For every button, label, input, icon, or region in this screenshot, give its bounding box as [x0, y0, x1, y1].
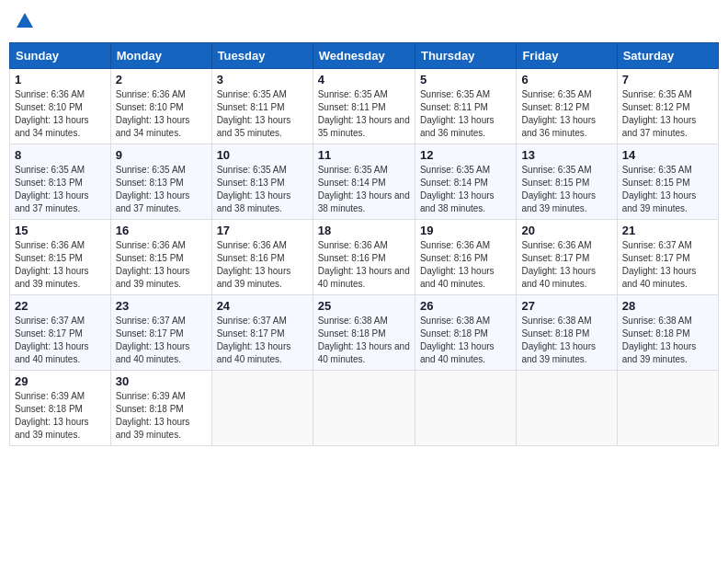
day-cell-16: 16 Sunrise: 6:36 AM Sunset: 8:15 PM Dayl…: [110, 220, 211, 295]
calendar-header-row: Sunday Monday Tuesday Wednesday Thursday…: [10, 43, 719, 69]
col-thursday: Thursday: [415, 43, 516, 69]
day-number: 19: [420, 224, 511, 237]
day-info: Sunrise: 6:37 AM Sunset: 8:17 PM Dayligh…: [622, 239, 713, 291]
day-cell-13: 13 Sunrise: 6:35 AM Sunset: 8:15 PM Dayl…: [517, 144, 617, 220]
day-cell-25: 25 Sunrise: 6:38 AM Sunset: 8:18 PM Dayl…: [313, 295, 415, 371]
day-number: 25: [318, 299, 410, 313]
day-number: 4: [318, 73, 410, 86]
day-info: Sunrise: 6:38 AM Sunset: 8:18 PM Dayligh…: [318, 315, 410, 366]
day-info: Sunrise: 6:35 AM Sunset: 8:13 PM Dayligh…: [116, 164, 207, 215]
day-number: 1: [15, 73, 106, 86]
day-info: Sunrise: 6:35 AM Sunset: 8:15 PM Dayligh…: [622, 164, 713, 215]
header: [9, 9, 719, 35]
day-number: 5: [420, 73, 511, 86]
empty-cell: [517, 371, 617, 446]
day-number: 21: [622, 224, 713, 237]
col-saturday: Saturday: [617, 43, 718, 69]
day-cell-17: 17 Sunrise: 6:36 AM Sunset: 8:16 PM Dayl…: [211, 220, 313, 295]
day-info: Sunrise: 6:36 AM Sunset: 8:17 PM Dayligh…: [521, 239, 611, 291]
day-info: Sunrise: 6:37 AM Sunset: 8:17 PM Dayligh…: [217, 315, 308, 366]
day-info: Sunrise: 6:37 AM Sunset: 8:17 PM Dayligh…: [15, 315, 106, 366]
day-number: 16: [116, 224, 207, 237]
day-info: Sunrise: 6:36 AM Sunset: 8:10 PM Dayligh…: [116, 88, 207, 140]
day-number: 3: [217, 73, 308, 86]
day-number: 27: [521, 299, 611, 313]
day-info: Sunrise: 6:36 AM Sunset: 8:10 PM Dayligh…: [15, 88, 106, 140]
day-cell-24: 24 Sunrise: 6:37 AM Sunset: 8:17 PM Dayl…: [211, 295, 313, 371]
day-number: 26: [420, 299, 511, 313]
day-number: 22: [15, 299, 106, 313]
empty-cell: [617, 371, 718, 446]
day-number: 13: [521, 148, 611, 162]
day-info: Sunrise: 6:38 AM Sunset: 8:18 PM Dayligh…: [521, 315, 611, 366]
col-monday: Monday: [110, 43, 211, 69]
day-cell-7: 7 Sunrise: 6:35 AM Sunset: 8:12 PM Dayli…: [617, 69, 718, 144]
day-cell-20: 20 Sunrise: 6:36 AM Sunset: 8:17 PM Dayl…: [517, 220, 617, 295]
day-info: Sunrise: 6:36 AM Sunset: 8:15 PM Dayligh…: [116, 239, 207, 291]
day-cell-28: 28 Sunrise: 6:38 AM Sunset: 8:18 PM Dayl…: [617, 295, 718, 371]
empty-cell: [415, 371, 516, 446]
day-info: Sunrise: 6:35 AM Sunset: 8:15 PM Dayligh…: [521, 164, 611, 215]
day-cell-6: 6 Sunrise: 6:35 AM Sunset: 8:12 PM Dayli…: [517, 69, 617, 144]
day-number: 24: [217, 299, 308, 313]
day-number: 23: [116, 299, 207, 313]
empty-cell: [211, 371, 313, 446]
day-number: 10: [217, 148, 308, 162]
day-cell-26: 26 Sunrise: 6:38 AM Sunset: 8:18 PM Dayl…: [415, 295, 516, 371]
day-cell-4: 4 Sunrise: 6:35 AM Sunset: 8:11 PM Dayli…: [313, 69, 415, 144]
day-info: Sunrise: 6:36 AM Sunset: 8:16 PM Dayligh…: [420, 239, 511, 291]
col-tuesday: Tuesday: [211, 43, 313, 69]
week-row-2: 8 Sunrise: 6:35 AM Sunset: 8:13 PM Dayli…: [10, 144, 719, 220]
day-cell-19: 19 Sunrise: 6:36 AM Sunset: 8:16 PM Dayl…: [415, 220, 516, 295]
day-info: Sunrise: 6:39 AM Sunset: 8:18 PM Dayligh…: [116, 390, 207, 442]
day-info: Sunrise: 6:38 AM Sunset: 8:18 PM Dayligh…: [420, 315, 511, 366]
day-cell-15: 15 Sunrise: 6:36 AM Sunset: 8:15 PM Dayl…: [10, 220, 111, 295]
day-cell-9: 9 Sunrise: 6:35 AM Sunset: 8:13 PM Dayli…: [110, 144, 211, 220]
day-cell-12: 12 Sunrise: 6:35 AM Sunset: 8:14 PM Dayl…: [415, 144, 516, 220]
day-cell-21: 21 Sunrise: 6:37 AM Sunset: 8:17 PM Dayl…: [617, 220, 718, 295]
day-cell-1: 1 Sunrise: 6:36 AM Sunset: 8:10 PM Dayli…: [10, 69, 111, 144]
day-number: 20: [521, 224, 611, 237]
day-number: 2: [116, 73, 207, 86]
day-number: 6: [521, 73, 611, 86]
day-info: Sunrise: 6:35 AM Sunset: 8:13 PM Dayligh…: [217, 164, 308, 215]
day-info: Sunrise: 6:35 AM Sunset: 8:11 PM Dayligh…: [217, 88, 308, 140]
day-cell-27: 27 Sunrise: 6:38 AM Sunset: 8:18 PM Dayl…: [517, 295, 617, 371]
day-number: 15: [15, 224, 106, 237]
calendar-table: Sunday Monday Tuesday Wednesday Thursday…: [9, 42, 719, 446]
day-number: 11: [318, 148, 410, 162]
svg-marker-0: [17, 13, 33, 28]
day-info: Sunrise: 6:35 AM Sunset: 8:14 PM Dayligh…: [420, 164, 511, 215]
day-number: 28: [622, 299, 713, 313]
day-number: 12: [420, 148, 511, 162]
col-sunday: Sunday: [10, 43, 111, 69]
day-number: 14: [622, 148, 713, 162]
day-cell-11: 11 Sunrise: 6:35 AM Sunset: 8:14 PM Dayl…: [313, 144, 415, 220]
col-friday: Friday: [517, 43, 617, 69]
day-number: 29: [15, 374, 106, 388]
day-cell-22: 22 Sunrise: 6:37 AM Sunset: 8:17 PM Dayl…: [10, 295, 111, 371]
day-number: 17: [217, 224, 308, 237]
day-info: Sunrise: 6:36 AM Sunset: 8:16 PM Dayligh…: [318, 239, 410, 291]
week-row-3: 15 Sunrise: 6:36 AM Sunset: 8:15 PM Dayl…: [10, 220, 719, 295]
day-cell-30: 30 Sunrise: 6:39 AM Sunset: 8:18 PM Dayl…: [110, 371, 211, 446]
day-info: Sunrise: 6:36 AM Sunset: 8:15 PM Dayligh…: [15, 239, 106, 291]
week-row-1: 1 Sunrise: 6:36 AM Sunset: 8:10 PM Dayli…: [10, 69, 719, 144]
empty-cell: [313, 371, 415, 446]
week-row-5: 29 Sunrise: 6:39 AM Sunset: 8:18 PM Dayl…: [10, 371, 719, 446]
day-number: 30: [116, 374, 207, 388]
day-info: Sunrise: 6:35 AM Sunset: 8:12 PM Dayligh…: [622, 88, 713, 140]
day-info: Sunrise: 6:39 AM Sunset: 8:18 PM Dayligh…: [15, 390, 106, 442]
day-info: Sunrise: 6:35 AM Sunset: 8:12 PM Dayligh…: [521, 88, 611, 140]
day-info: Sunrise: 6:38 AM Sunset: 8:18 PM Dayligh…: [622, 315, 713, 366]
day-cell-23: 23 Sunrise: 6:37 AM Sunset: 8:17 PM Dayl…: [110, 295, 211, 371]
day-info: Sunrise: 6:37 AM Sunset: 8:17 PM Dayligh…: [116, 315, 207, 366]
day-info: Sunrise: 6:35 AM Sunset: 8:13 PM Dayligh…: [15, 164, 106, 215]
day-number: 9: [116, 148, 207, 162]
day-info: Sunrise: 6:35 AM Sunset: 8:14 PM Dayligh…: [318, 164, 410, 215]
logo-triangle-icon: [17, 13, 33, 31]
day-cell-10: 10 Sunrise: 6:35 AM Sunset: 8:13 PM Dayl…: [211, 144, 313, 220]
day-cell-14: 14 Sunrise: 6:35 AM Sunset: 8:15 PM Dayl…: [617, 144, 718, 220]
day-cell-5: 5 Sunrise: 6:35 AM Sunset: 8:11 PM Dayli…: [415, 69, 516, 144]
day-cell-3: 3 Sunrise: 6:35 AM Sunset: 8:11 PM Dayli…: [211, 69, 313, 144]
